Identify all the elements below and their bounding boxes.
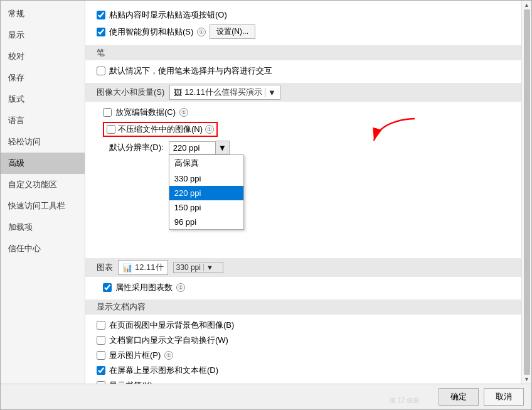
sidebar-item-save[interactable]: 保存 [1, 67, 85, 89]
no-compress-row: 不压缩文件中的图像(N) ① [103, 122, 510, 137]
show-doc-section-title: 显示文档内容 [85, 299, 521, 315]
resolution-dropdown-container: ▼ 高保真 330 ppi 220 ppi 150 ppi 96 ppi [169, 141, 230, 154]
image-icon: 🖼 [174, 88, 182, 97]
no-compress-highlight-box: 不压缩文件中的图像(N) ① [103, 122, 218, 137]
chart-icon: 📊 [122, 263, 132, 272]
paste-show-button-row: 粘贴内容时显示粘贴选项按钮(O) [97, 9, 510, 21]
no-compress-label: 不压缩文件中的图像(N) [118, 124, 203, 135]
resolution-dropdown-arrow-btn[interactable]: ▼ [216, 141, 230, 154]
chart-resolution-select[interactable]: 330 ppi ▼ [173, 262, 223, 273]
sidebar-item-addins[interactable]: 加载项 [1, 217, 85, 238]
show-wrap-checkbox[interactable] [97, 336, 105, 345]
chart-resolution-arrow[interactable]: ▼ [203, 264, 213, 271]
scroll-up-btn[interactable]: ▲ [524, 2, 529, 8]
show-bg-row: 在页面视图中显示背景色和图像(B) [97, 320, 510, 331]
confirm-button[interactable]: 确定 [439, 388, 479, 406]
pen-option-row: 默认情况下，使用笔来选择并与内容进行交互 [97, 65, 510, 77]
expand-edit-data-label: 放宽编辑数据(C) [115, 107, 176, 118]
bottom-bar: 值 12 值值 确定 取消 [1, 384, 531, 409]
chart-resolution-value: 330 ppi [176, 263, 203, 272]
pen-section-title: 笔 [85, 45, 521, 60]
sidebar-item-display[interactable]: 显示 [1, 24, 85, 46]
show-shapes-checkbox[interactable] [97, 366, 105, 375]
resolution-option-330[interactable]: 330 ppi [169, 171, 243, 186]
dialog: 常规 显示 校对 保存 版式 语言 轻松访问 高级 自定义功能区 快速访问工具栏… [0, 0, 532, 410]
no-compress-checkbox[interactable] [107, 125, 115, 134]
content-area: 粘贴内容时显示粘贴选项按钮(O) 使用智能剪切和粘贴(S) ① 设置(N)...… [85, 1, 521, 384]
sidebar-item-advanced[interactable]: 高级 [1, 153, 85, 174]
scrollbar[interactable]: ▲ ▼ [521, 1, 531, 384]
paste-show-button-label: 粘贴内容时显示粘贴选项按钮(O) [109, 9, 227, 21]
resolution-option-96[interactable]: 96 ppi [169, 215, 243, 229]
show-doc-section: 在页面视图中显示背景色和图像(B) 文档窗口内显示文字自动换行(W) 显示图片框… [97, 320, 510, 384]
chart-doc-name: 12.11什 [135, 262, 164, 273]
show-shapes-label: 在屏幕上显示图形和文本框(D) [109, 365, 218, 376]
chart-info-icon: ① [176, 283, 185, 292]
sidebar-item-layout[interactable]: 版式 [1, 89, 85, 110]
resolution-option-220[interactable]: 220 ppi [169, 186, 243, 200]
sidebar-item-quick-access[interactable]: 快速访问工具栏 [1, 195, 85, 217]
cancel-button[interactable]: 取消 [484, 388, 524, 406]
pen-label: 默认情况下，使用笔来选择并与内容进行交互 [109, 65, 272, 77]
resolution-row: 默认分辨率(D): ▼ 高保真 330 ppi 220 ppi 150 ppi … [109, 141, 510, 154]
sidebar: 常规 显示 校对 保存 版式 语言 轻松访问 高级 自定义功能区 快速访问工具栏… [1, 1, 85, 384]
show-shapes-row: 在屏幕上显示图形和文本框(D) [97, 365, 510, 376]
resolution-label-text: 默认分辨率(D): [109, 142, 164, 153]
resolution-input[interactable] [169, 141, 216, 154]
paste-show-button-checkbox[interactable] [97, 11, 105, 19]
resolution-dropdown-list: 高保真 330 ppi 220 ppi 150 ppi 96 ppi [169, 154, 244, 230]
sidebar-item-proofing[interactable]: 校对 [1, 46, 85, 67]
smart-cutpaste-checkbox[interactable] [97, 28, 105, 36]
chart-section: 图表 📊 12.11什 330 ppi ▼ [85, 258, 521, 277]
show-picture-frame-label: 显示图片框(P) [109, 350, 161, 361]
sidebar-item-general[interactable]: 常规 [1, 3, 85, 24]
smart-cutpaste-label: 使用智能剪切和粘贴(S) [109, 26, 193, 38]
expand-edit-info-icon: ① [179, 108, 188, 117]
scroll-thumb[interactable] [524, 9, 530, 375]
dialog-body: 常规 显示 校对 保存 版式 语言 轻松访问 高级 自定义功能区 快速访问工具栏… [1, 1, 531, 384]
sidebar-item-trust-center[interactable]: 信任中心 [1, 238, 85, 259]
show-bookmarks-row: 显示书签(K) [97, 380, 510, 384]
show-bg-checkbox[interactable] [97, 321, 105, 330]
chart-property-row: 属性采用图表数 ① [103, 282, 510, 293]
chart-label-text: 图表 [97, 262, 113, 273]
image-size-doc-control: 🖼 12.11什么值得买演示 ▼ [169, 85, 280, 100]
no-compress-info-icon: ① [205, 125, 214, 134]
show-picture-frame-row: 显示图片框(P) ① [97, 350, 510, 361]
show-bg-label: 在页面视图中显示背景色和图像(B) [109, 320, 234, 331]
sidebar-item-customize-ribbon[interactable]: 自定义功能区 [1, 174, 85, 195]
chart-property-label: 属性采用图表数 [115, 282, 173, 293]
chart-doc-control: 📊 12.11什 [118, 260, 168, 275]
resolution-option-150[interactable]: 150 ppi [169, 200, 243, 215]
resolution-option-gaobozhen[interactable]: 高保真 [169, 155, 243, 171]
scroll-down-btn[interactable]: ▼ [524, 376, 529, 382]
show-picture-frame-checkbox[interactable] [97, 351, 105, 360]
show-bookmarks-label: 显示书签(K) [109, 380, 152, 384]
sidebar-item-accessibility[interactable]: 轻松访问 [1, 131, 85, 153]
picture-frame-info-icon: ① [164, 351, 173, 360]
settings-button[interactable]: 设置(N)... [210, 24, 255, 39]
show-wrap-row: 文档窗口内显示文字自动换行(W) [97, 335, 510, 346]
image-size-label-text: 图像大小和质量(S) [97, 87, 164, 98]
image-size-section-title: 图像大小和质量(S) 🖼 12.11什么值得买演示 ▼ [85, 83, 521, 102]
expand-edit-data-row: 放宽编辑数据(C) ① [103, 107, 510, 118]
smart-cutpaste-row: 使用智能剪切和粘贴(S) ① 设置(N)... [97, 24, 510, 39]
pen-checkbox[interactable] [97, 67, 105, 75]
expand-edit-data-checkbox[interactable] [103, 108, 112, 117]
image-size-doc-name: 12.11什么值得买演示 [184, 87, 262, 98]
watermark-area: 值 12 值值 [390, 396, 419, 405]
show-bookmarks-checkbox[interactable] [97, 381, 105, 384]
show-wrap-label: 文档窗口内显示文字自动换行(W) [109, 335, 228, 346]
chart-property-checkbox[interactable] [103, 283, 112, 292]
sidebar-item-language[interactable]: 语言 [1, 110, 85, 131]
image-size-dropdown-arrow[interactable]: ▼ [265, 88, 276, 97]
smart-cutpaste-info-icon: ① [197, 28, 206, 36]
